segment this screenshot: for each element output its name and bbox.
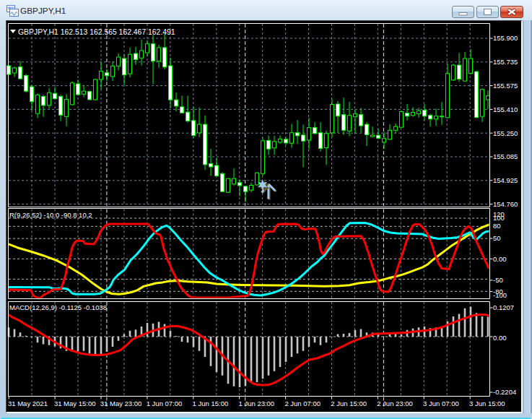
svg-text:1 Jun 07:00: 1 Jun 07:00 bbox=[147, 399, 183, 407]
svg-text:-50: -50 bbox=[493, 276, 503, 284]
svg-text:155.735: 155.735 bbox=[493, 58, 518, 66]
svg-text:-0.2204: -0.2204 bbox=[493, 388, 516, 396]
svg-text:0.00: 0.00 bbox=[493, 255, 507, 263]
svg-text:MACD(12,26,9) -0.1125 -0.1038: MACD(12,26,9) -0.1125 -0.1038 bbox=[9, 303, 107, 311]
svg-text:155.410: 155.410 bbox=[493, 105, 518, 113]
svg-text:1 Jun 23:00: 1 Jun 23:00 bbox=[239, 399, 275, 407]
svg-text:31 May 15:00: 31 May 15:00 bbox=[54, 399, 96, 407]
svg-text:155.250: 155.250 bbox=[493, 129, 518, 137]
svg-text:154.760: 154.760 bbox=[493, 200, 518, 208]
svg-text:31 May 23:00: 31 May 23:00 bbox=[100, 399, 142, 407]
svg-text:155.085: 155.085 bbox=[493, 152, 518, 160]
svg-text:2 Jun 07:00: 2 Jun 07:00 bbox=[284, 399, 320, 407]
svg-text:155.900: 155.900 bbox=[493, 34, 518, 42]
svg-text:0.1207: 0.1207 bbox=[493, 303, 514, 311]
svg-text:3 Jun 15:00: 3 Jun 15:00 bbox=[469, 399, 505, 407]
svg-text:2 Jun 23:00: 2 Jun 23:00 bbox=[377, 399, 413, 407]
svg-text:R(9,26,52) -10.0 -90.8 10.2: R(9,26,52) -10.0 -90.8 10.2 bbox=[9, 211, 92, 219]
svg-text:50: 50 bbox=[493, 234, 501, 242]
svg-text:GBPJPY,H1 162.513 162.565 162: GBPJPY,H1 162.513 162.565 162.467 162.49… bbox=[18, 28, 175, 36]
svg-text:1 Jun 15:00: 1 Jun 15:00 bbox=[193, 399, 229, 407]
svg-text:0.00: 0.00 bbox=[493, 334, 507, 342]
svg-text:2 Jun 15:00: 2 Jun 15:00 bbox=[331, 399, 367, 407]
svg-text:31 May 2021: 31 May 2021 bbox=[8, 399, 48, 407]
svg-text:3 Jun 07:00: 3 Jun 07:00 bbox=[423, 399, 459, 407]
svg-text:154.925: 154.925 bbox=[493, 176, 518, 184]
svg-text:80: 80 bbox=[493, 222, 501, 230]
svg-text:155.575: 155.575 bbox=[493, 82, 518, 90]
svg-text:-100: -100 bbox=[493, 291, 507, 299]
svg-text:100: 100 bbox=[493, 214, 505, 222]
